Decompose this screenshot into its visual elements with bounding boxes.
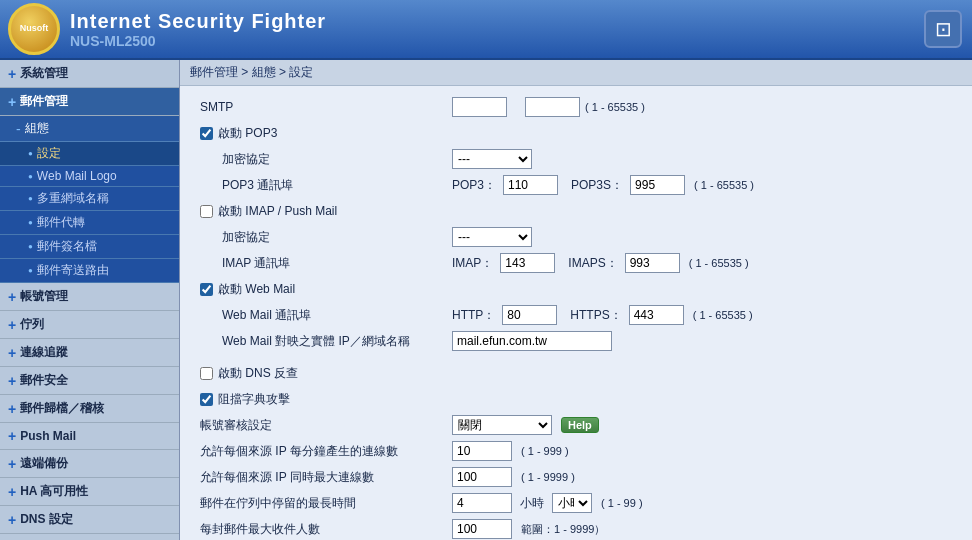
sidebar-group-pushmail[interactable]: + Push Mail (0, 423, 179, 450)
webmail-enable-label: 啟動 Web Mail (192, 281, 452, 298)
sidebar-group-backup[interactable]: + 遠端備份 (0, 450, 179, 478)
sidebar-group-queue[interactable]: + 佇列 (0, 311, 179, 339)
per-ip-conn-input[interactable] (452, 441, 512, 461)
per-ip-conn-label: 允許每個來源 IP 每分鐘產生的連線數 (192, 443, 452, 460)
https-port-input[interactable] (629, 305, 684, 325)
sidebar-sub-mail-sig[interactable]: ● 郵件簽名檔 (0, 235, 179, 259)
sidebar-sub-mail-relay[interactable]: ● 郵件代轉 (0, 211, 179, 235)
dot-icon: ● (28, 266, 33, 275)
max-conn-row: 允許每個來源 IP 同時最大連線數 ( 1 - 9999 ) (192, 464, 960, 490)
header-icon-button[interactable]: ⊡ (924, 10, 962, 48)
pop3-encryption-select[interactable]: --- (452, 149, 532, 169)
pop3-encryption-row: 加密協定 --- (192, 146, 960, 172)
dict-attack-checkbox[interactable] (200, 393, 213, 406)
max-rcpt-input[interactable] (452, 519, 512, 539)
pop3-enable-checkbox[interactable] (200, 127, 213, 140)
smtps-range: ( 1 - 65535 ) (585, 101, 645, 113)
dns-reverse-checkbox[interactable] (200, 367, 213, 380)
dict-attack-row: 阻擋字典攻擊 (192, 386, 960, 412)
pop3s-port-input[interactable] (630, 175, 685, 195)
imap-port-input[interactable] (500, 253, 555, 273)
dot-icon: ● (28, 218, 33, 227)
time-unit-select[interactable]: 小時 (552, 493, 592, 513)
http-port-input[interactable] (502, 305, 557, 325)
max-conn-label: 允許每個來源 IP 同時最大連線數 (192, 469, 452, 486)
pop3-port-label: POP3 通訊埠 (192, 177, 452, 194)
dot-icon: ● (28, 172, 33, 181)
sidebar-group-system[interactable]: + 系統管理 (0, 60, 179, 88)
expand-icon: + (8, 401, 16, 417)
imaps-port-input[interactable] (625, 253, 680, 273)
pop3-port-control: POP3： POP3S： ( 1 - 65535 ) (452, 175, 754, 195)
sidebar: + 系統管理 + 郵件管理 - 組態 ● 設定 ● Web Mail Logo … (0, 60, 180, 540)
sidebar-sub-webmail-logo[interactable]: ● Web Mail Logo (0, 166, 179, 187)
minus-icon: - (16, 121, 21, 137)
sidebar-item-label: 郵件簽名檔 (37, 238, 97, 255)
sidebar-group-archive[interactable]: + 郵件歸檔／稽核 (0, 395, 179, 423)
account-audit-help-button[interactable]: Help (561, 417, 599, 433)
account-audit-select[interactable]: 關閉 (452, 415, 552, 435)
dot-icon: ● (28, 242, 33, 251)
device-name: NUS-ML2500 (70, 33, 326, 49)
expand-icon: + (8, 94, 16, 110)
pop3-enable-row: 啟動 POP3 (192, 120, 960, 146)
imap-enable-row: 啟動 IMAP / Push Mail (192, 198, 960, 224)
sidebar-item-label: 遠端備份 (20, 455, 68, 472)
sidebar-item-label: 系統管理 (20, 65, 68, 82)
smtp-controls: ( 1 - 65535 ) (452, 97, 645, 117)
webmail-domain-label: Web Mail 對映之實體 IP／網域名稱 (192, 333, 452, 350)
sidebar-item-label: 郵件安全 (20, 372, 68, 389)
sidebar-sub-multi-domain[interactable]: ● 多重網域名稱 (0, 187, 179, 211)
pop3-encryption-label: 加密協定 (192, 151, 452, 168)
sidebar-group-tracking[interactable]: + 連線追蹤 (0, 339, 179, 367)
settings-form: SMTP ( 1 - 65535 ) 啟動 POP3 加 (180, 86, 972, 540)
smtps-port-input[interactable] (525, 97, 580, 117)
expand-icon: + (8, 317, 16, 333)
sidebar-item-label: 郵件歸檔／稽核 (20, 400, 104, 417)
max-queue-time-row: 郵件在佇列中停留的最長時間 小時 小時 ( 1 - 99 ) (192, 490, 960, 516)
app-header: Nusoft Internet Security Fighter NUS-ML2… (0, 0, 972, 60)
sidebar-sub-settings[interactable]: ● 設定 (0, 142, 179, 166)
sidebar-item-config[interactable]: - 組態 (0, 116, 179, 142)
pop3-enable-label: 啟動 POP3 (192, 125, 452, 142)
webmail-domain-input[interactable] (452, 331, 612, 351)
dns-reverse-label: 啟動 DNS 反查 (192, 365, 452, 382)
sidebar-item-label: HA 高可用性 (20, 483, 88, 500)
sidebar-item-label: Push Mail (20, 429, 76, 443)
webmail-enable-checkbox[interactable] (200, 283, 213, 296)
imap-encryption-control: --- (452, 227, 532, 247)
expand-icon: + (8, 345, 16, 361)
imap-enable-checkbox[interactable] (200, 205, 213, 218)
imap-port-control: IMAP： IMAPS： ( 1 - 65535 ) (452, 253, 749, 273)
sidebar-group-webserver[interactable]: + 網頁伺服器設定 (0, 534, 179, 540)
sidebar-item-label: 郵件代轉 (37, 214, 85, 231)
sidebar-group-accounts[interactable]: + 帳號管理 (0, 283, 179, 311)
breadcrumb: 郵件管理 > 組態 > 設定 (180, 60, 972, 86)
sidebar-group-security[interactable]: + 郵件安全 (0, 367, 179, 395)
dict-attack-label: 阻擋字典攻擊 (192, 391, 452, 408)
sidebar-group-ha[interactable]: + HA 高可用性 (0, 478, 179, 506)
sidebar-item-label: 設定 (37, 145, 61, 162)
sidebar-sub-mail-route[interactable]: ● 郵件寄送路由 (0, 259, 179, 283)
imap-encryption-row: 加密協定 --- (192, 224, 960, 250)
dot-icon: ● (28, 149, 33, 158)
sidebar-item-label: 佇列 (20, 316, 44, 333)
account-audit-label: 帳號審核設定 (192, 417, 452, 434)
max-rcpt-control: 範圍：1 - 9999） (452, 519, 605, 539)
smtp-port-input[interactable] (452, 97, 507, 117)
imap-encryption-select[interactable]: --- (452, 227, 532, 247)
dot-icon: ● (28, 194, 33, 203)
account-audit-control: 關閉 Help (452, 415, 599, 435)
max-conn-input[interactable] (452, 467, 512, 487)
sidebar-group-mail[interactable]: + 郵件管理 (0, 88, 179, 116)
expand-icon: + (8, 66, 16, 82)
smtp-top-row: SMTP ( 1 - 65535 ) (192, 94, 960, 120)
main-content: 郵件管理 > 組態 > 設定 SMTP ( 1 - 65535 ) 啟動 PO (180, 60, 972, 540)
sidebar-group-dns[interactable]: + DNS 設定 (0, 506, 179, 534)
dns-reverse-row: 啟動 DNS 反查 (192, 360, 960, 386)
max-queue-time-label: 郵件在佇列中停留的最長時間 (192, 495, 452, 512)
per-ip-conn-row: 允許每個來源 IP 每分鐘產生的連線數 ( 1 - 999 ) (192, 438, 960, 464)
max-time-input[interactable] (452, 493, 512, 513)
pop3-port-input[interactable] (503, 175, 558, 195)
expand-icon: + (8, 484, 16, 500)
